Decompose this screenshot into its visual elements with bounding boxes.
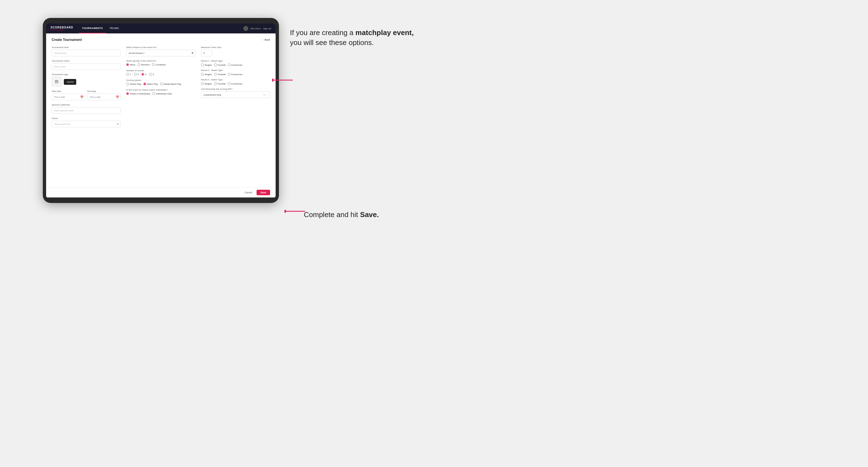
round1-fourball[interactable]: Fourball bbox=[214, 64, 226, 66]
round1-singles-label: Singles bbox=[205, 64, 212, 66]
individuals-option[interactable]: Individuals Only bbox=[152, 92, 172, 95]
round1-foursomes-label: Foursomes bbox=[231, 64, 243, 66]
round3-fourball[interactable]: Fourball bbox=[214, 82, 226, 85]
navbar-right: Test User | Sign out bbox=[243, 26, 271, 31]
rounds-label: Number of rounds bbox=[126, 69, 195, 72]
max-team-size-label: Maximum Team Size bbox=[201, 46, 270, 49]
round3-singles[interactable]: Singles bbox=[201, 82, 212, 85]
tournament-name-input[interactable] bbox=[52, 63, 121, 70]
scoring-label: Scoring system bbox=[126, 79, 195, 82]
venue-label: Venue bbox=[52, 117, 121, 120]
tournament-host-input[interactable] bbox=[52, 50, 121, 56]
round2-label: Round 2 - Match Type bbox=[201, 69, 270, 71]
tournament-name-group: Tournament name bbox=[52, 60, 121, 70]
venue-input[interactable] bbox=[52, 121, 121, 127]
scoring-stroke-label: Stroke Play bbox=[130, 83, 141, 85]
end-date-group: End date 📅 bbox=[87, 90, 121, 100]
api-value: Leaderboard King bbox=[204, 94, 264, 96]
round1-singles[interactable]: Singles bbox=[201, 64, 212, 66]
tablet-frame: SCOREBOARD Powered by clippit TOURNAMENT… bbox=[43, 18, 279, 203]
middle-column: Which division is the event for? NCAA Di… bbox=[126, 46, 195, 131]
top-annotation-text: If you are creating a matchplay event, y… bbox=[290, 28, 423, 48]
round3-fourball-label: Fourball bbox=[218, 83, 226, 85]
api-select[interactable]: Leaderboard King × ⌄ bbox=[201, 91, 270, 98]
teams-label: Is this event for Teams and/or Individua… bbox=[126, 89, 195, 91]
round2-singles-label: Singles bbox=[205, 73, 212, 76]
form-footer: Cancel Save bbox=[46, 187, 276, 197]
tab-tournaments[interactable]: TOURNAMENTS bbox=[79, 24, 106, 33]
gender-mens-label: Mens bbox=[130, 64, 135, 66]
round-2[interactable]: 2 bbox=[134, 73, 138, 76]
round1-radio-group: Singles Fourball Foursomes bbox=[201, 64, 270, 66]
cancel-button[interactable]: Cancel bbox=[242, 190, 254, 195]
round-1-label: 1 bbox=[130, 73, 131, 76]
sponsor-input[interactable] bbox=[52, 107, 121, 114]
round2-foursomes[interactable]: Foursomes bbox=[228, 73, 243, 76]
top-arrow-icon bbox=[272, 76, 294, 84]
scoring-radio-group: Stroke Play Match Play Medal Match Play bbox=[126, 83, 195, 85]
round2-match-type: Round 2 - Match Type Singles Fourball bbox=[201, 69, 270, 76]
logo-upload-area: Upload bbox=[52, 77, 121, 87]
round2-foursomes-label: Foursomes bbox=[231, 73, 243, 76]
navbar: SCOREBOARD Powered by clippit TOURNAMENT… bbox=[46, 24, 276, 33]
gender-mens[interactable]: Mens bbox=[126, 63, 135, 66]
upload-button[interactable]: Upload bbox=[64, 79, 76, 85]
round-4-label: 4 bbox=[153, 73, 154, 76]
api-clear-button[interactable]: × bbox=[264, 93, 265, 96]
gender-womens[interactable]: Womens bbox=[137, 63, 150, 66]
main-content: Create Tournament ← Back Tournament Host… bbox=[46, 33, 276, 187]
back-button[interactable]: ← Back bbox=[261, 38, 270, 41]
start-date-wrap: 📅 bbox=[52, 94, 85, 100]
round-4[interactable]: 4 bbox=[149, 73, 154, 76]
round-3-label: 3 bbox=[145, 73, 146, 76]
gender-combined[interactable]: Combined bbox=[152, 63, 165, 66]
round-2-label: 2 bbox=[137, 73, 138, 76]
tournament-host-label: Tournament Host bbox=[52, 46, 121, 49]
form-header: Create Tournament ← Back bbox=[52, 38, 270, 42]
venue-group: Venue ▼ bbox=[52, 117, 121, 127]
tab-teams[interactable]: TEAMS bbox=[106, 24, 122, 33]
round3-foursomes-label: Foursomes bbox=[231, 83, 243, 85]
teams-option[interactable]: Teams (+Individuals) bbox=[126, 92, 150, 95]
api-group: Use third-party live scoring API? Leader… bbox=[201, 88, 270, 98]
round-1[interactable]: 1 bbox=[126, 73, 131, 76]
tournament-host-group: Tournament Host bbox=[52, 46, 121, 56]
bottom-annotation-text: Complete and hit Save. bbox=[304, 210, 420, 220]
save-button[interactable]: Save bbox=[256, 190, 270, 195]
division-select[interactable]: NCAA Division I bbox=[126, 50, 195, 56]
teams-label-text: Teams (+Individuals) bbox=[130, 93, 150, 95]
dates-group: Start date 📅 End date bbox=[52, 90, 121, 100]
scoring-match[interactable]: Match Play bbox=[143, 83, 158, 85]
round2-fourball[interactable]: Fourball bbox=[214, 73, 226, 76]
teams-group: Is this event for Teams and/or Individua… bbox=[126, 89, 195, 95]
scoring-match-label: Match Play bbox=[147, 83, 158, 85]
start-date-label: Start date bbox=[52, 90, 85, 93]
api-dropdown-icon: ⌄ bbox=[266, 94, 268, 96]
teams-radio-group: Teams (+Individuals) Individuals Only bbox=[126, 92, 195, 95]
max-team-size-input[interactable] bbox=[201, 50, 212, 56]
right-column: Maximum Team Size Round 1 - Match Type S… bbox=[201, 46, 270, 131]
gender-group: Which gender is the event for? Mens Wome… bbox=[126, 60, 195, 66]
brand: SCOREBOARD Powered by clippit bbox=[51, 26, 73, 31]
round1-foursomes[interactable]: Foursomes bbox=[228, 64, 243, 66]
scoring-medal-label: Medal Match Play bbox=[164, 83, 181, 85]
scoring-stroke[interactable]: Stroke Play bbox=[126, 83, 141, 85]
rounds-group: Number of rounds 1 2 bbox=[126, 69, 195, 76]
end-date-label: End date bbox=[87, 90, 121, 93]
dates-two-col: Start date 📅 End date bbox=[52, 90, 121, 100]
round-3[interactable]: 3 bbox=[142, 73, 146, 76]
scoring-medal[interactable]: Medal Match Play bbox=[160, 83, 181, 85]
logo-placeholder bbox=[52, 77, 62, 87]
end-date-wrap: 📅 bbox=[87, 94, 121, 100]
round3-foursomes[interactable]: Foursomes bbox=[228, 82, 243, 85]
brand-subtitle: Powered by clippit bbox=[51, 29, 73, 31]
scoring-group: Scoring system Stroke Play Match Play bbox=[126, 79, 195, 85]
api-label: Use third-party live scoring API? bbox=[201, 88, 270, 90]
image-icon bbox=[54, 80, 59, 84]
venue-dropdown-icon: ▼ bbox=[117, 123, 119, 125]
division-group: Which division is the event for? NCAA Di… bbox=[126, 46, 195, 56]
round1-label: Round 1 - Match Type bbox=[201, 60, 270, 62]
gender-womens-label: Womens bbox=[141, 64, 150, 66]
signout-link[interactable]: Sign out bbox=[263, 27, 271, 30]
round2-singles[interactable]: Singles bbox=[201, 73, 212, 76]
